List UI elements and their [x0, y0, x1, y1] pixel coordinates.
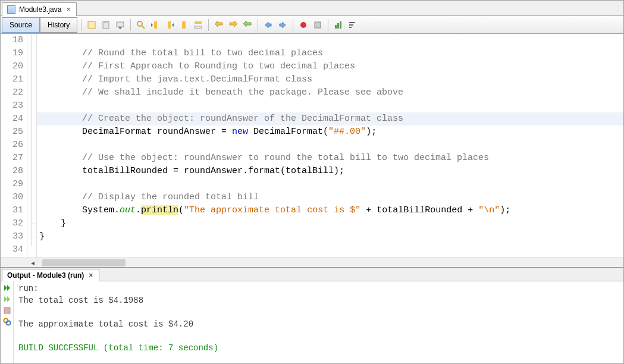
fold-end-icon — [32, 237, 35, 237]
settings-icon[interactable] — [2, 317, 12, 327]
record-macro-icon[interactable] — [297, 18, 310, 32]
output-line — [18, 330, 619, 342]
prev-edit-icon[interactable] — [262, 18, 275, 32]
code-line[interactable]: // Display the rounded total bill — [37, 191, 623, 204]
dropdown-icon[interactable] — [114, 18, 127, 32]
scrollbar-thumb[interactable] — [42, 259, 126, 266]
line-number-gutter: 1819202122232425262728293031323334 — [1, 34, 27, 258]
svg-point-11 — [300, 22, 306, 28]
output-tab[interactable]: Output - Module3 (run) × — [2, 269, 99, 281]
shift-left-icon[interactable] — [212, 18, 225, 32]
line-number: 25 — [1, 125, 23, 139]
tab-history-label: History — [48, 21, 70, 29]
highlight-icon[interactable] — [192, 18, 205, 32]
code-line[interactable] — [37, 243, 623, 256]
code-line[interactable] — [37, 34, 623, 47]
fold-strip[interactable] — [27, 34, 37, 258]
svg-rect-13 — [335, 25, 337, 29]
code-line[interactable]: // First Approach to Rounding to two dec… — [37, 60, 623, 73]
line-number: 30 — [1, 191, 23, 204]
close-icon[interactable]: × — [65, 5, 71, 14]
code-line[interactable] — [37, 178, 623, 191]
code-line[interactable]: // Import the java.text.DecimalFormat cl… — [37, 73, 623, 86]
svg-rect-7 — [168, 21, 171, 29]
code-line[interactable]: } — [37, 230, 623, 243]
view-tabs: Source History — [2, 17, 77, 33]
svg-point-4 — [137, 21, 142, 26]
svg-rect-12 — [315, 22, 321, 28]
output-panel: run:The total cost is $4.1988 The approx… — [1, 281, 623, 364]
svg-rect-6 — [154, 21, 157, 29]
toolbar-separator — [293, 19, 293, 31]
output-tab-bar: Output - Module3 (run) × — [1, 267, 623, 281]
file-tab[interactable]: Module3.java × — [2, 2, 77, 16]
java-file-icon — [7, 5, 15, 14]
code-line[interactable]: // Round the total bill to two decimal p… — [37, 47, 623, 60]
stop-macro-icon[interactable] — [311, 18, 324, 32]
line-number: 27 — [1, 152, 23, 165]
line-number: 26 — [1, 139, 23, 152]
svg-rect-19 — [4, 307, 10, 313]
code-line[interactable]: System.out.println("The approximate tota… — [37, 204, 623, 217]
file-tab-bar: Module3.java × — [1, 1, 623, 16]
toggle-bookmark-icon[interactable] — [177, 18, 190, 32]
prev-bookmark-icon[interactable] — [149, 18, 162, 32]
svg-line-5 — [142, 26, 145, 29]
toolbar-separator — [208, 19, 209, 31]
svg-rect-8 — [182, 21, 186, 29]
line-number: 24 — [1, 112, 23, 125]
output-tab-label: Output - Module3 (run) — [7, 271, 84, 280]
svg-rect-15 — [340, 21, 341, 29]
toolbar-separator — [81, 19, 81, 31]
fold-guide — [32, 34, 32, 246]
tab-history[interactable]: History — [40, 17, 77, 33]
output-line: The total cost is $4.1988 — [18, 294, 619, 306]
svg-rect-16 — [349, 22, 355, 23]
line-number: 34 — [1, 243, 23, 256]
toolbar-separator — [130, 19, 131, 31]
tab-source[interactable]: Source — [2, 17, 40, 33]
comment-icon[interactable] — [241, 18, 254, 32]
horizontal-scrollbar[interactable]: ◂ — [1, 258, 623, 267]
rerun-alt-icon[interactable] — [2, 294, 12, 304]
sort-icon[interactable] — [346, 18, 359, 32]
stop-icon[interactable] — [2, 306, 12, 315]
code-line[interactable]: // Create the object: roundAnswer of the… — [37, 112, 623, 125]
fold-end-icon — [32, 224, 35, 224]
output-text[interactable]: run:The total cost is $4.1988 The approx… — [14, 281, 623, 364]
find-selection-icon[interactable] — [134, 18, 148, 32]
code-line[interactable] — [37, 139, 623, 152]
code-line[interactable] — [37, 99, 623, 112]
toolbar-separator — [328, 19, 328, 31]
line-number: 23 — [1, 99, 23, 112]
toolbar-buttons — [85, 18, 359, 32]
output-line: The approximate total cost is $4.20 — [18, 318, 619, 330]
svg-rect-14 — [337, 23, 339, 29]
svg-rect-3 — [117, 22, 124, 27]
output-line: BUILD SUCCESSFUL (total time: 7 seconds) — [18, 342, 619, 354]
code-line[interactable]: totalBillRounded = roundAnswer.format(to… — [37, 165, 623, 178]
code-line[interactable]: // We shall include it beneath the packa… — [37, 86, 623, 99]
line-number: 28 — [1, 165, 23, 178]
next-bookmark-icon[interactable] — [163, 18, 176, 32]
code-line[interactable]: } — [37, 217, 623, 230]
rerun-icon[interactable] — [2, 283, 12, 293]
file-tab-label: Module3.java — [19, 5, 61, 14]
code-editor[interactable]: 1819202122232425262728293031323334 // Ro… — [1, 34, 623, 258]
line-number: 19 — [1, 47, 23, 60]
tab-source-label: Source — [10, 21, 32, 29]
close-icon[interactable]: × — [87, 271, 94, 280]
scroll-left-icon[interactable]: ◂ — [28, 258, 37, 268]
output-line: run: — [18, 283, 619, 294]
code-line[interactable]: // Use the object: roundAnswer to round … — [37, 152, 623, 165]
code-content[interactable]: // Round the total bill to two decimal p… — [37, 34, 623, 258]
code-line[interactable]: DecimalFormat roundAnswer = new DecimalF… — [37, 125, 623, 139]
line-number: 22 — [1, 86, 23, 99]
clipboard-icon[interactable] — [99, 18, 112, 32]
next-edit-icon[interactable] — [276, 18, 289, 32]
chart-icon[interactable] — [332, 18, 345, 32]
shift-right-icon[interactable] — [227, 18, 240, 32]
editor-toolbar: Source History — [1, 16, 623, 34]
insert-code-icon[interactable] — [85, 18, 98, 32]
line-number: 33 — [1, 230, 23, 243]
